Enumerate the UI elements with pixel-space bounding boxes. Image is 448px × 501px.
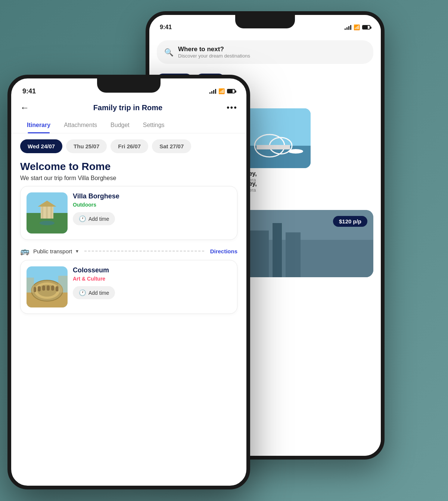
front-status-icons: 📶 <box>209 88 235 94</box>
colosseum-category: Art & Culture <box>73 276 231 282</box>
search-text: Where to next? Discover your dream desti… <box>178 46 250 59</box>
date-pill-thu[interactable]: Thu 25/07 <box>66 139 107 153</box>
svg-rect-42 <box>38 286 41 291</box>
villa-borghese-name: Villa Borghese <box>73 192 231 200</box>
svg-rect-13 <box>256 145 290 149</box>
front-status-time: 9:41 <box>22 87 36 95</box>
svg-rect-43 <box>42 285 45 291</box>
svg-rect-26 <box>286 232 301 277</box>
colosseum-image <box>27 266 68 307</box>
back-status-icons: 📶 <box>345 24 370 30</box>
directions-link[interactable]: Directions <box>210 248 237 254</box>
back-phone-notch <box>235 15 295 28</box>
villa-borghese-info: Villa Borghese Outdoors 🕐 Add time <box>73 192 231 225</box>
svg-rect-24 <box>250 231 269 277</box>
back-battery-icon <box>362 25 370 30</box>
villa-borghese-image <box>27 192 68 234</box>
back-button[interactable]: ← <box>20 102 29 113</box>
back-search-bar[interactable]: 🔍 Where to next? Discover your dream des… <box>157 40 373 64</box>
sydney-itineraries-label: 23 itinera <box>236 187 373 193</box>
clock-icon-villa: 🕐 <box>79 215 86 222</box>
day-subtitle: We start our trip form Villa Borghese <box>11 174 246 186</box>
transport-row: 🚌 Public transport ▾ Directions <box>11 242 246 260</box>
transport-dropdown-icon[interactable]: ▾ <box>76 248 78 254</box>
tab-settings[interactable]: Settings <box>136 118 171 133</box>
colosseum-add-time-label: Add time <box>88 290 109 296</box>
colosseum-add-time-button[interactable]: 🕐 Add time <box>73 286 115 299</box>
villa-add-time-label: Add time <box>88 216 109 222</box>
app-tabs: Itinerary Attachments Budget Settings <box>11 118 246 133</box>
search-title: Where to next? <box>178 46 250 53</box>
svg-rect-49 <box>58 276 68 293</box>
front-wifi-icon: 📶 <box>218 88 225 94</box>
transport-label: Public transport <box>33 248 72 254</box>
colosseum-name: Colosseum <box>73 266 231 274</box>
app-header: ← Family trip in Rome ••• <box>11 99 246 118</box>
svg-rect-46 <box>56 286 59 291</box>
front-phone: 9:41 📶 ← Family trip in Rome ••• Itinera… <box>7 75 250 489</box>
svg-rect-48 <box>27 278 34 293</box>
back-signal-icon <box>345 25 351 30</box>
trip-title: Family trip in Rome <box>93 103 163 112</box>
search-subtitle: Discover your dream destinations <box>178 53 250 59</box>
villa-borghese-category: Outdoors <box>73 202 231 208</box>
tab-attachments[interactable]: Attachments <box>57 118 104 133</box>
more-button[interactable]: ••• <box>227 103 237 112</box>
place-card-villa: Villa Borghese Outdoors 🕐 Add time <box>20 186 237 240</box>
tab-itinerary[interactable]: Itinerary <box>20 118 57 133</box>
date-pill-fri[interactable]: Fri 26/07 <box>111 139 148 153</box>
back-wifi-icon: 📶 <box>354 24 360 30</box>
front-signal-icon <box>209 89 216 94</box>
date-pill-wed[interactable]: Wed 24/07 <box>20 139 62 153</box>
price-badge: $120 p/p <box>333 216 367 227</box>
back-status-time: 9:41 <box>160 24 172 31</box>
place-card-colosseum: Colosseum Art & Culture 🕐 Add time <box>20 260 237 314</box>
search-icon: 🔍 <box>164 48 174 57</box>
colosseum-info: Colosseum Art & Culture 🕐 Add time <box>73 266 231 299</box>
date-pill-sat[interactable]: Sat 27/07 <box>152 139 191 153</box>
front-phone-notch <box>97 78 161 93</box>
transport-icon: 🚌 <box>20 247 29 256</box>
svg-rect-45 <box>51 285 54 291</box>
svg-rect-44 <box>47 285 50 291</box>
svg-point-35 <box>40 221 55 225</box>
front-battery-icon <box>227 89 235 93</box>
clock-icon-colosseum: 🕐 <box>79 289 86 296</box>
villa-add-time-button[interactable]: 🕐 Add time <box>73 212 115 225</box>
date-pills-row: Wed 24/07 Thu 25/07 Fri 26/07 Sat 27/07 <box>11 133 246 159</box>
tab-budget[interactable]: Budget <box>104 118 136 133</box>
transport-divider <box>84 251 204 251</box>
day-title: Welcome to Rome <box>11 159 246 174</box>
svg-rect-25 <box>273 223 282 277</box>
